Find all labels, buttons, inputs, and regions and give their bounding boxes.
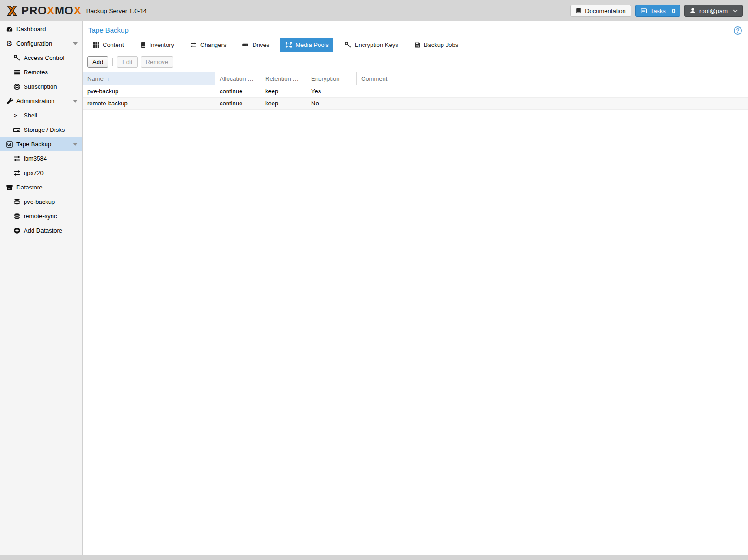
tab-label: Encryption Keys <box>355 41 398 48</box>
key-icon <box>345 41 351 48</box>
proxmox-logo[interactable]: PROXMOX <box>5 4 82 18</box>
help-icon[interactable]: ? <box>734 26 742 35</box>
archive-icon <box>5 184 13 191</box>
user-menu-button[interactable]: root@pam <box>684 5 743 17</box>
tab-label: Changers <box>200 41 226 48</box>
proxmox-wordmark: PROXMOX <box>21 5 82 16</box>
task-list-icon <box>640 7 647 14</box>
sidebar-item-qpx720[interactable]: qpx720 <box>0 166 82 180</box>
cell-allocation: continue <box>215 85 260 97</box>
sidebar-item-dashboard[interactable]: Dashboard <box>0 22 82 36</box>
column-header-allocation[interactable]: Allocation … <box>215 72 260 85</box>
grid-empty-area <box>83 110 748 555</box>
cell-retention: keep <box>260 85 306 97</box>
column-header-name[interactable]: Name ↑ <box>83 72 215 85</box>
user-icon <box>689 7 696 14</box>
sidebar-item-shell[interactable]: >_ Shell <box>0 108 82 123</box>
sidebar-item-add-datastore[interactable]: Add Datastore <box>0 223 82 238</box>
sidebar-item-administration[interactable]: Administration <box>0 94 82 108</box>
tab-label: Media Pools <box>295 41 329 48</box>
chevron-down-icon <box>733 9 738 13</box>
app-window: PROXMOX Backup Server 1.0-14 Documentati… <box>0 0 748 560</box>
sidebar-item-label: Add Datastore <box>24 227 62 234</box>
tab-inventory[interactable]: Inventory <box>135 38 179 52</box>
sidebar-item-label: Datastore <box>16 184 42 191</box>
tasks-count-badge: 0 <box>672 7 675 14</box>
collapse-arrow-icon[interactable] <box>73 143 78 146</box>
remove-button[interactable]: Remove <box>141 56 173 68</box>
collapse-arrow-icon[interactable] <box>73 100 78 103</box>
edit-button[interactable]: Edit <box>117 56 137 68</box>
sidebar-item-label: Shell <box>24 112 37 119</box>
tab-label: Drives <box>252 41 269 48</box>
cell-encryption: Yes <box>306 85 357 97</box>
cell-name: remote-backup <box>83 98 215 109</box>
cell-retention: keep <box>260 98 306 109</box>
sidebar-item-remote-sync[interactable]: remote-sync <box>0 209 82 223</box>
cell-encryption: No <box>306 98 357 109</box>
plus-circle-icon <box>13 227 21 234</box>
table-row[interactable]: remote-backup continue keep No <box>83 98 748 110</box>
sidebar-item-label: Administration <box>16 98 54 104</box>
sidebar-item-label: Configuration <box>16 40 52 47</box>
tab-backup-jobs[interactable]: Backup Jobs <box>410 38 463 52</box>
sidebar-item-remotes[interactable]: Remotes <box>0 65 82 79</box>
add-button[interactable]: Add <box>87 56 108 68</box>
sidebar-item-label: Dashboard <box>16 26 46 33</box>
sidebar-nav: Dashboard ⚙ Configuration Access Control <box>0 21 83 555</box>
sidebar-item-subscription[interactable]: Subscription <box>0 79 82 94</box>
sidebar-item-label: pve-backup <box>24 198 55 205</box>
top-bar: PROXMOX Backup Server 1.0-14 Documentati… <box>0 0 748 21</box>
cell-allocation: continue <box>215 98 260 109</box>
user-label: root@pam <box>699 7 728 14</box>
tab-media-pools[interactable]: Media Pools <box>280 38 333 52</box>
hdd-icon <box>242 41 249 48</box>
sidebar-item-label: Tape Backup <box>16 141 51 148</box>
book-icon <box>575 7 582 14</box>
sidebar-item-label: remote-sync <box>24 213 57 220</box>
tasks-button[interactable]: Tasks 0 <box>635 5 680 17</box>
lifering-icon <box>13 83 21 91</box>
collapse-arrow-icon[interactable] <box>73 42 78 45</box>
sidebar-item-tape-backup[interactable]: Tape Backup <box>0 137 82 151</box>
cell-comment <box>357 98 748 109</box>
tasks-label: Tasks <box>650 7 666 14</box>
sidebar-item-configuration[interactable]: ⚙ Configuration <box>0 36 82 51</box>
dashboard-icon <box>5 26 13 33</box>
sidebar-item-label: Storage / Disks <box>24 126 65 133</box>
remotes-icon <box>13 69 21 76</box>
column-header-retention[interactable]: Retention … <box>260 72 306 85</box>
table-row[interactable]: pve-backup continue keep Yes <box>83 85 748 98</box>
object-group-icon <box>285 41 292 48</box>
book-icon <box>140 42 146 48</box>
sidebar-item-pve-backup[interactable]: pve-backup <box>0 195 82 209</box>
column-header-encryption[interactable]: Encryption <box>306 72 357 85</box>
content-panel: Tape Backup ? Content Inventor <box>83 21 748 555</box>
hdd-icon <box>13 126 21 134</box>
sidebar-item-datastore[interactable]: Datastore <box>0 180 82 195</box>
th-grid-icon <box>93 42 99 48</box>
sidebar-item-label: Remotes <box>24 69 48 76</box>
tab-bar: Content Inventory Chan <box>83 38 748 52</box>
save-icon <box>414 42 421 48</box>
cell-comment <box>357 85 748 97</box>
tab-changers[interactable]: Changers <box>185 38 231 52</box>
sort-ascending-icon: ↑ <box>107 75 110 82</box>
sidebar-item-ibm3584[interactable]: ibm3584 <box>0 151 82 166</box>
bottom-strip <box>0 555 748 560</box>
key-icon <box>13 54 21 62</box>
sidebar-item-access-control[interactable]: Access Control <box>0 51 82 65</box>
page-title: Tape Backup <box>83 21 748 35</box>
tab-encryption-keys[interactable]: Encryption Keys <box>340 38 403 52</box>
sidebar-item-storage-disks[interactable]: Storage / Disks <box>0 123 82 137</box>
grid-toolbar: Add Edit Remove <box>83 52 748 72</box>
column-header-comment[interactable]: Comment <box>357 72 748 85</box>
tab-content[interactable]: Content <box>88 38 129 52</box>
sidebar-item-label: qpx720 <box>24 169 44 176</box>
documentation-button[interactable]: Documentation <box>570 5 631 17</box>
topbar-actions: Documentation Tasks 0 root@pam <box>570 5 743 17</box>
terminal-icon: >_ <box>13 112 21 119</box>
documentation-label: Documentation <box>585 7 625 14</box>
tab-drives[interactable]: Drives <box>237 38 274 52</box>
tab-label: Inventory <box>150 41 174 48</box>
